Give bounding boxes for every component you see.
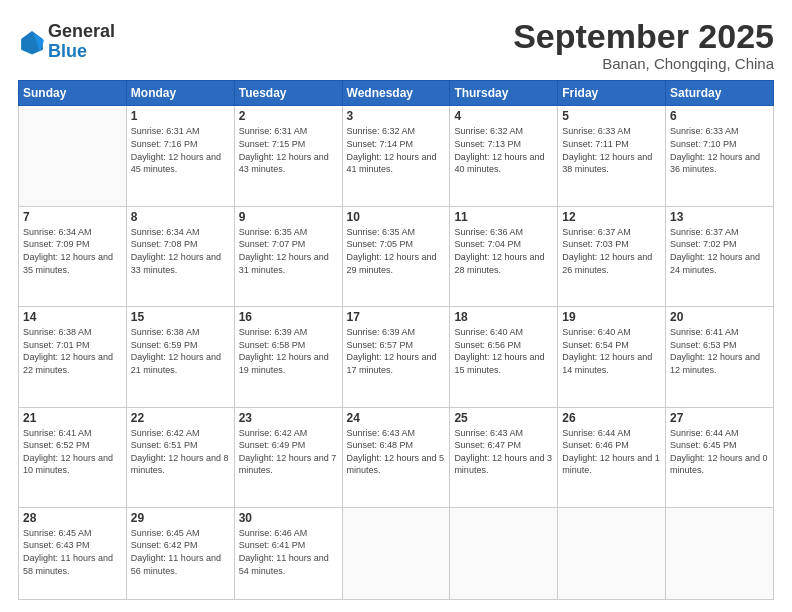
table-row: 3Sunrise: 6:32 AM Sunset: 7:14 PM Daylig… — [342, 106, 450, 206]
day-info: Sunrise: 6:39 AM Sunset: 6:58 PM Dayligh… — [239, 326, 338, 376]
day-number: 12 — [562, 210, 661, 224]
table-row: 13Sunrise: 6:37 AM Sunset: 7:02 PM Dayli… — [666, 206, 774, 306]
day-info: Sunrise: 6:34 AM Sunset: 7:08 PM Dayligh… — [131, 226, 230, 276]
table-row: 1Sunrise: 6:31 AM Sunset: 7:16 PM Daylig… — [126, 106, 234, 206]
calendar-table: Sunday Monday Tuesday Wednesday Thursday… — [18, 80, 774, 600]
table-row: 22Sunrise: 6:42 AM Sunset: 6:51 PM Dayli… — [126, 407, 234, 507]
day-info: Sunrise: 6:32 AM Sunset: 7:14 PM Dayligh… — [347, 125, 446, 175]
table-row: 21Sunrise: 6:41 AM Sunset: 6:52 PM Dayli… — [19, 407, 127, 507]
day-number: 25 — [454, 411, 553, 425]
table-row: 14Sunrise: 6:38 AM Sunset: 7:01 PM Dayli… — [19, 307, 127, 407]
table-row: 20Sunrise: 6:41 AM Sunset: 6:53 PM Dayli… — [666, 307, 774, 407]
table-row: 18Sunrise: 6:40 AM Sunset: 6:56 PM Dayli… — [450, 307, 558, 407]
day-info: Sunrise: 6:40 AM Sunset: 6:54 PM Dayligh… — [562, 326, 661, 376]
day-number: 16 — [239, 310, 338, 324]
day-number: 3 — [347, 109, 446, 123]
day-number: 21 — [23, 411, 122, 425]
table-row: 11Sunrise: 6:36 AM Sunset: 7:04 PM Dayli… — [450, 206, 558, 306]
day-number: 29 — [131, 511, 230, 525]
col-wednesday: Wednesday — [342, 81, 450, 106]
page: General Blue September 2025 Banan, Chong… — [0, 0, 792, 612]
table-row: 7Sunrise: 6:34 AM Sunset: 7:09 PM Daylig… — [19, 206, 127, 306]
col-tuesday: Tuesday — [234, 81, 342, 106]
col-thursday: Thursday — [450, 81, 558, 106]
day-info: Sunrise: 6:42 AM Sunset: 6:49 PM Dayligh… — [239, 427, 338, 477]
day-info: Sunrise: 6:45 AM Sunset: 6:43 PM Dayligh… — [23, 527, 122, 577]
logo-line2: Blue — [48, 42, 115, 62]
logo: General Blue — [18, 22, 115, 62]
header: General Blue September 2025 Banan, Chong… — [18, 18, 774, 72]
day-info: Sunrise: 6:33 AM Sunset: 7:11 PM Dayligh… — [562, 125, 661, 175]
day-info: Sunrise: 6:39 AM Sunset: 6:57 PM Dayligh… — [347, 326, 446, 376]
table-row — [450, 507, 558, 599]
table-row: 19Sunrise: 6:40 AM Sunset: 6:54 PM Dayli… — [558, 307, 666, 407]
col-monday: Monday — [126, 81, 234, 106]
location-subtitle: Banan, Chongqing, China — [513, 55, 774, 72]
day-info: Sunrise: 6:41 AM Sunset: 6:53 PM Dayligh… — [670, 326, 769, 376]
day-info: Sunrise: 6:35 AM Sunset: 7:07 PM Dayligh… — [239, 226, 338, 276]
day-number: 30 — [239, 511, 338, 525]
day-info: Sunrise: 6:36 AM Sunset: 7:04 PM Dayligh… — [454, 226, 553, 276]
day-info: Sunrise: 6:33 AM Sunset: 7:10 PM Dayligh… — [670, 125, 769, 175]
day-info: Sunrise: 6:41 AM Sunset: 6:52 PM Dayligh… — [23, 427, 122, 477]
day-number: 26 — [562, 411, 661, 425]
table-row: 17Sunrise: 6:39 AM Sunset: 6:57 PM Dayli… — [342, 307, 450, 407]
table-row: 4Sunrise: 6:32 AM Sunset: 7:13 PM Daylig… — [450, 106, 558, 206]
day-info: Sunrise: 6:31 AM Sunset: 7:16 PM Dayligh… — [131, 125, 230, 175]
table-row: 16Sunrise: 6:39 AM Sunset: 6:58 PM Dayli… — [234, 307, 342, 407]
day-info: Sunrise: 6:44 AM Sunset: 6:45 PM Dayligh… — [670, 427, 769, 477]
day-number: 17 — [347, 310, 446, 324]
logo-icon — [18, 28, 46, 56]
day-number: 7 — [23, 210, 122, 224]
day-info: Sunrise: 6:45 AM Sunset: 6:42 PM Dayligh… — [131, 527, 230, 577]
day-number: 18 — [454, 310, 553, 324]
table-row: 24Sunrise: 6:43 AM Sunset: 6:48 PM Dayli… — [342, 407, 450, 507]
table-row: 27Sunrise: 6:44 AM Sunset: 6:45 PM Dayli… — [666, 407, 774, 507]
day-info: Sunrise: 6:34 AM Sunset: 7:09 PM Dayligh… — [23, 226, 122, 276]
day-info: Sunrise: 6:46 AM Sunset: 6:41 PM Dayligh… — [239, 527, 338, 577]
table-row: 10Sunrise: 6:35 AM Sunset: 7:05 PM Dayli… — [342, 206, 450, 306]
title-block: September 2025 Banan, Chongqing, China — [513, 18, 774, 72]
table-row: 28Sunrise: 6:45 AM Sunset: 6:43 PM Dayli… — [19, 507, 127, 599]
day-number: 1 — [131, 109, 230, 123]
table-row — [666, 507, 774, 599]
table-row: 29Sunrise: 6:45 AM Sunset: 6:42 PM Dayli… — [126, 507, 234, 599]
day-number: 9 — [239, 210, 338, 224]
col-saturday: Saturday — [666, 81, 774, 106]
col-friday: Friday — [558, 81, 666, 106]
table-row: 8Sunrise: 6:34 AM Sunset: 7:08 PM Daylig… — [126, 206, 234, 306]
day-number: 19 — [562, 310, 661, 324]
day-number: 6 — [670, 109, 769, 123]
day-info: Sunrise: 6:38 AM Sunset: 7:01 PM Dayligh… — [23, 326, 122, 376]
day-number: 2 — [239, 109, 338, 123]
day-info: Sunrise: 6:35 AM Sunset: 7:05 PM Dayligh… — [347, 226, 446, 276]
day-number: 14 — [23, 310, 122, 324]
day-number: 24 — [347, 411, 446, 425]
table-row: 6Sunrise: 6:33 AM Sunset: 7:10 PM Daylig… — [666, 106, 774, 206]
table-row: 15Sunrise: 6:38 AM Sunset: 6:59 PM Dayli… — [126, 307, 234, 407]
day-number: 10 — [347, 210, 446, 224]
day-info: Sunrise: 6:31 AM Sunset: 7:15 PM Dayligh… — [239, 125, 338, 175]
logo-line1: General — [48, 22, 115, 42]
day-number: 13 — [670, 210, 769, 224]
day-info: Sunrise: 6:43 AM Sunset: 6:47 PM Dayligh… — [454, 427, 553, 477]
table-row: 2Sunrise: 6:31 AM Sunset: 7:15 PM Daylig… — [234, 106, 342, 206]
day-info: Sunrise: 6:40 AM Sunset: 6:56 PM Dayligh… — [454, 326, 553, 376]
day-info: Sunrise: 6:37 AM Sunset: 7:03 PM Dayligh… — [562, 226, 661, 276]
day-number: 28 — [23, 511, 122, 525]
table-row: 9Sunrise: 6:35 AM Sunset: 7:07 PM Daylig… — [234, 206, 342, 306]
day-info: Sunrise: 6:38 AM Sunset: 6:59 PM Dayligh… — [131, 326, 230, 376]
day-number: 15 — [131, 310, 230, 324]
table-row: 25Sunrise: 6:43 AM Sunset: 6:47 PM Dayli… — [450, 407, 558, 507]
table-row: 26Sunrise: 6:44 AM Sunset: 6:46 PM Dayli… — [558, 407, 666, 507]
table-row: 12Sunrise: 6:37 AM Sunset: 7:03 PM Dayli… — [558, 206, 666, 306]
day-number: 8 — [131, 210, 230, 224]
day-number: 4 — [454, 109, 553, 123]
calendar-header-row: Sunday Monday Tuesday Wednesday Thursday… — [19, 81, 774, 106]
table-row — [558, 507, 666, 599]
day-number: 22 — [131, 411, 230, 425]
day-number: 5 — [562, 109, 661, 123]
day-info: Sunrise: 6:43 AM Sunset: 6:48 PM Dayligh… — [347, 427, 446, 477]
day-number: 23 — [239, 411, 338, 425]
col-sunday: Sunday — [19, 81, 127, 106]
